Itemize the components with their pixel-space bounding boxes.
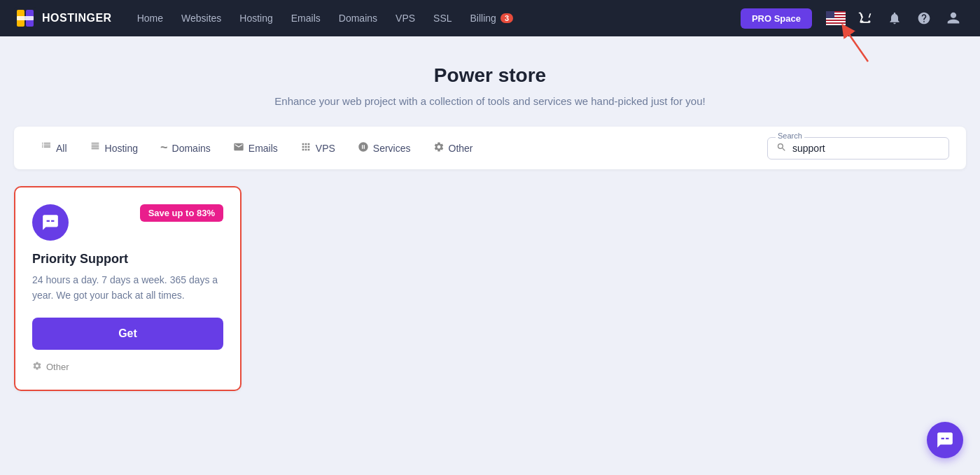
filter-tab-other[interactable]: Other <box>424 137 483 159</box>
cards-grid: Save up to 83% Priority Support 24 hours… <box>14 186 966 391</box>
svg-rect-3 <box>17 16 34 20</box>
main-content: Power store Enhance your web project wit… <box>0 36 980 405</box>
search-input[interactable] <box>792 143 940 154</box>
filter-tab-hosting-label: Hosting <box>105 143 138 154</box>
nav-links: Home Websites Hosting Emails Domains VPS… <box>129 7 735 29</box>
store-button[interactable] <box>853 6 878 31</box>
filter-tab-domains[interactable]: ~ Domains <box>150 136 220 159</box>
svg-rect-8 <box>826 21 846 22</box>
logo[interactable]: HOSTINGER <box>14 7 112 29</box>
help-button[interactable] <box>911 6 937 31</box>
search-container: Search <box>767 137 949 159</box>
page-title: Power store <box>14 64 966 87</box>
pro-space-button[interactable]: PRO Space <box>741 8 812 29</box>
notifications-button[interactable] <box>882 6 907 31</box>
nav-hosting[interactable]: Hosting <box>231 7 281 29</box>
nav-billing[interactable]: Billing 3 <box>462 7 522 29</box>
nav-ssl[interactable]: SSL <box>425 7 460 29</box>
navbar: HOSTINGER Home Websites Hosting Emails D… <box>0 0 980 36</box>
services-icon <box>358 141 369 155</box>
filter-tab-services-label: Services <box>373 143 411 154</box>
filter-tab-other-label: Other <box>449 143 473 154</box>
svg-rect-9 <box>826 24 846 25</box>
filter-tab-services[interactable]: Services <box>348 137 421 159</box>
card-header: Save up to 83% <box>32 204 223 241</box>
search-input-wrapper <box>767 137 949 159</box>
filter-tab-emails-label: Emails <box>248 143 278 154</box>
search-icon <box>776 142 787 155</box>
navbar-right <box>823 6 966 31</box>
nav-websites[interactable]: Websites <box>173 7 230 29</box>
card-category-label: Other <box>46 362 69 372</box>
nav-vps[interactable]: VPS <box>387 7 424 29</box>
chat-button[interactable] <box>927 422 963 458</box>
filter-tab-all[interactable]: All <box>31 137 77 159</box>
filter-tabs: All Hosting ~ Domains Emails <box>31 136 483 159</box>
get-button[interactable]: Get <box>32 318 223 350</box>
nav-home[interactable]: Home <box>129 7 172 29</box>
filter-tab-domains-label: Domains <box>172 143 211 154</box>
priority-support-card: Save up to 83% Priority Support 24 hours… <box>14 186 241 391</box>
filter-tab-hosting[interactable]: Hosting <box>80 137 148 159</box>
billing-badge: 3 <box>500 13 513 23</box>
nav-emails[interactable]: Emails <box>283 7 329 29</box>
page-subtitle: Enhance your web project with a collecti… <box>14 95 966 107</box>
vps-icon <box>300 141 312 155</box>
svg-rect-7 <box>826 18 846 20</box>
card-icon <box>32 204 69 241</box>
card-title: Priority Support <box>32 252 223 267</box>
save-badge: Save up to 83% <box>140 204 223 222</box>
other-icon <box>433 141 444 155</box>
all-icon <box>41 141 52 155</box>
card-category-icon <box>32 361 42 373</box>
filter-tab-all-label: All <box>56 143 67 154</box>
emails-icon <box>233 141 244 155</box>
language-flag-button[interactable] <box>823 6 848 31</box>
search-label: Search <box>776 132 804 140</box>
user-button[interactable] <box>941 6 966 31</box>
svg-rect-10 <box>826 11 834 18</box>
logo-text: HOSTINGER <box>42 12 112 24</box>
filter-tab-vps[interactable]: VPS <box>290 137 345 159</box>
filter-tab-vps-label: VPS <box>316 143 335 154</box>
card-category: Other <box>32 361 223 373</box>
card-description: 24 hours a day. 7 days a week. 365 days … <box>32 272 223 304</box>
filter-tab-emails[interactable]: Emails <box>223 137 288 159</box>
nav-domains[interactable]: Domains <box>330 7 386 29</box>
domains-icon: ~ <box>160 141 168 155</box>
filter-bar: All Hosting ~ Domains Emails <box>14 127 966 169</box>
hosting-icon <box>90 141 101 155</box>
